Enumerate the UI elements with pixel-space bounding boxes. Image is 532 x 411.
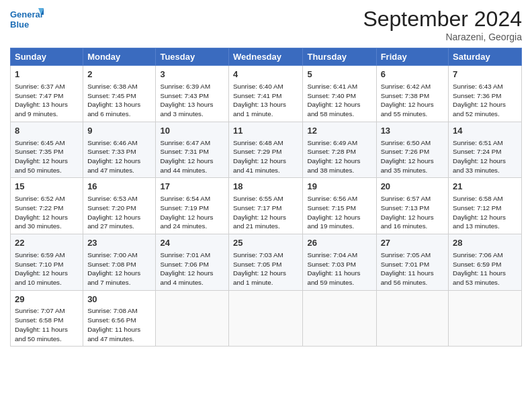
- calendar-cell: [303, 290, 376, 347]
- calendar-cell: 23Sunrise: 7:00 AM Sunset: 7:08 PM Dayli…: [83, 234, 156, 290]
- header-monday: Monday: [83, 48, 156, 66]
- day-number: 7: [453, 68, 517, 81]
- day-info: Sunrise: 6:39 AM Sunset: 7:43 PM Dayligh…: [160, 82, 224, 119]
- day-number: 13: [381, 125, 444, 138]
- calendar-cell: 28Sunrise: 7:06 AM Sunset: 6:59 PM Dayli…: [449, 234, 522, 290]
- day-info: Sunrise: 6:37 AM Sunset: 7:47 PM Dayligh…: [15, 82, 79, 119]
- calendar-cell: 4Sunrise: 6:40 AM Sunset: 7:41 PM Daylig…: [229, 66, 303, 122]
- day-number: 15: [15, 181, 79, 193]
- calendar-cell: 1Sunrise: 6:37 AM Sunset: 7:47 PM Daylig…: [11, 66, 83, 122]
- day-info: Sunrise: 7:03 AM Sunset: 7:05 PM Dayligh…: [233, 250, 298, 287]
- svg-text:Blue: Blue: [10, 19, 29, 30]
- day-number: 21: [453, 181, 517, 193]
- day-number: 28: [453, 237, 517, 250]
- calendar-table: SundayMondayTuesdayWednesdayThursdayFrid…: [10, 48, 522, 347]
- calendar-cell: 13Sunrise: 6:50 AM Sunset: 7:26 PM Dayli…: [376, 122, 448, 178]
- calendar-cell: 20Sunrise: 6:57 AM Sunset: 7:13 PM Dayli…: [376, 178, 448, 234]
- calendar-cell: 17Sunrise: 6:54 AM Sunset: 7:19 PM Dayli…: [156, 178, 229, 234]
- calendar-cell: [449, 290, 522, 347]
- day-number: 29: [15, 293, 79, 306]
- day-number: 23: [87, 237, 151, 250]
- day-number: 27: [381, 237, 444, 250]
- calendar-cell: 19Sunrise: 6:56 AM Sunset: 7:15 PM Dayli…: [303, 178, 376, 234]
- day-info: Sunrise: 6:53 AM Sunset: 7:20 PM Dayligh…: [87, 194, 151, 231]
- calendar-cell: 25Sunrise: 7:03 AM Sunset: 7:05 PM Dayli…: [229, 234, 303, 290]
- day-number: 14: [453, 125, 517, 138]
- day-number: 22: [15, 237, 79, 250]
- header-saturday: Saturday: [449, 48, 522, 66]
- day-number: 26: [307, 237, 371, 250]
- day-number: 12: [307, 125, 371, 138]
- calendar-cell: [156, 290, 229, 347]
- day-info: Sunrise: 6:52 AM Sunset: 7:22 PM Dayligh…: [15, 194, 79, 231]
- header-tuesday: Tuesday: [156, 48, 229, 66]
- calendar-cell: 16Sunrise: 6:53 AM Sunset: 7:20 PM Dayli…: [83, 178, 156, 234]
- day-number: 10: [160, 125, 224, 138]
- day-info: Sunrise: 6:55 AM Sunset: 7:17 PM Dayligh…: [233, 194, 298, 231]
- day-info: Sunrise: 6:54 AM Sunset: 7:19 PM Dayligh…: [160, 194, 224, 231]
- header-thursday: Thursday: [303, 48, 376, 66]
- day-info: Sunrise: 7:01 AM Sunset: 7:06 PM Dayligh…: [160, 250, 224, 287]
- calendar-cell: 10Sunrise: 6:47 AM Sunset: 7:31 PM Dayli…: [156, 122, 229, 178]
- calendar-cell: 18Sunrise: 6:55 AM Sunset: 7:17 PM Dayli…: [229, 178, 303, 234]
- calendar-cell: 26Sunrise: 7:04 AM Sunset: 7:03 PM Dayli…: [303, 234, 376, 290]
- day-info: Sunrise: 6:51 AM Sunset: 7:24 PM Dayligh…: [453, 138, 517, 175]
- day-number: 4: [233, 68, 298, 81]
- calendar-cell: 9Sunrise: 6:46 AM Sunset: 7:33 PM Daylig…: [83, 122, 156, 178]
- day-info: Sunrise: 6:40 AM Sunset: 7:41 PM Dayligh…: [233, 82, 298, 119]
- day-info: Sunrise: 6:48 AM Sunset: 7:29 PM Dayligh…: [233, 138, 298, 175]
- calendar-cell: 11Sunrise: 6:48 AM Sunset: 7:29 PM Dayli…: [229, 122, 303, 178]
- day-number: 11: [233, 125, 298, 138]
- calendar-cell: 12Sunrise: 6:49 AM Sunset: 7:28 PM Dayli…: [303, 122, 376, 178]
- calendar-cell: 3Sunrise: 6:39 AM Sunset: 7:43 PM Daylig…: [156, 66, 229, 122]
- day-number: 3: [160, 68, 224, 81]
- day-info: Sunrise: 6:57 AM Sunset: 7:13 PM Dayligh…: [381, 194, 444, 231]
- day-number: 19: [307, 181, 371, 193]
- day-number: 25: [233, 237, 298, 250]
- day-info: Sunrise: 7:05 AM Sunset: 7:01 PM Dayligh…: [381, 250, 444, 287]
- calendar-cell: 29Sunrise: 7:07 AM Sunset: 6:58 PM Dayli…: [11, 290, 83, 347]
- calendar-cell: 14Sunrise: 6:51 AM Sunset: 7:24 PM Dayli…: [449, 122, 522, 178]
- day-info: Sunrise: 6:59 AM Sunset: 7:10 PM Dayligh…: [15, 250, 79, 287]
- day-number: 20: [381, 181, 444, 193]
- svg-text:General: General: [10, 9, 42, 19]
- day-info: Sunrise: 7:06 AM Sunset: 6:59 PM Dayligh…: [453, 250, 517, 287]
- calendar-cell: [376, 290, 448, 347]
- day-info: Sunrise: 6:50 AM Sunset: 7:26 PM Dayligh…: [381, 138, 444, 175]
- day-info: Sunrise: 6:58 AM Sunset: 7:12 PM Dayligh…: [453, 194, 517, 231]
- day-number: 1: [15, 68, 79, 81]
- day-info: Sunrise: 6:43 AM Sunset: 7:36 PM Dayligh…: [453, 82, 517, 119]
- day-number: 24: [160, 237, 224, 250]
- day-info: Sunrise: 6:56 AM Sunset: 7:15 PM Dayligh…: [307, 194, 371, 231]
- day-info: Sunrise: 6:47 AM Sunset: 7:31 PM Dayligh…: [160, 138, 224, 175]
- header-wednesday: Wednesday: [229, 48, 303, 66]
- day-number: 8: [15, 125, 79, 138]
- day-number: 2: [87, 68, 151, 81]
- title-block: September 2024 Narazeni, Georgia: [363, 7, 522, 42]
- day-number: 30: [87, 293, 151, 306]
- calendar-cell: 30Sunrise: 7:08 AM Sunset: 6:56 PM Dayli…: [83, 290, 156, 347]
- calendar-cell: 6Sunrise: 6:42 AM Sunset: 7:38 PM Daylig…: [376, 66, 448, 122]
- logo: General Blue: [10, 7, 44, 35]
- calendar-cell: 22Sunrise: 6:59 AM Sunset: 7:10 PM Dayli…: [11, 234, 83, 290]
- location: Narazeni, Georgia: [363, 32, 522, 42]
- day-info: Sunrise: 7:08 AM Sunset: 6:56 PM Dayligh…: [87, 306, 151, 343]
- day-info: Sunrise: 6:38 AM Sunset: 7:45 PM Dayligh…: [87, 82, 151, 119]
- calendar-cell: 8Sunrise: 6:45 AM Sunset: 7:35 PM Daylig…: [11, 122, 83, 178]
- day-number: 6: [381, 68, 444, 81]
- day-number: 16: [87, 181, 151, 193]
- header-friday: Friday: [376, 48, 448, 66]
- calendar-cell: 21Sunrise: 6:58 AM Sunset: 7:12 PM Dayli…: [449, 178, 522, 234]
- day-info: Sunrise: 6:42 AM Sunset: 7:38 PM Dayligh…: [381, 82, 444, 119]
- calendar-cell: 2Sunrise: 6:38 AM Sunset: 7:45 PM Daylig…: [83, 66, 156, 122]
- day-info: Sunrise: 7:04 AM Sunset: 7:03 PM Dayligh…: [307, 250, 371, 287]
- day-info: Sunrise: 6:49 AM Sunset: 7:28 PM Dayligh…: [307, 138, 371, 175]
- calendar-cell: 27Sunrise: 7:05 AM Sunset: 7:01 PM Dayli…: [376, 234, 448, 290]
- calendar-cell: [229, 290, 303, 347]
- header-sunday: Sunday: [11, 48, 83, 66]
- day-info: Sunrise: 6:46 AM Sunset: 7:33 PM Dayligh…: [87, 138, 151, 175]
- month-title: September 2024: [363, 7, 522, 32]
- day-info: Sunrise: 7:00 AM Sunset: 7:08 PM Dayligh…: [87, 250, 151, 287]
- day-number: 5: [307, 68, 371, 81]
- calendar-cell: 5Sunrise: 6:41 AM Sunset: 7:40 PM Daylig…: [303, 66, 376, 122]
